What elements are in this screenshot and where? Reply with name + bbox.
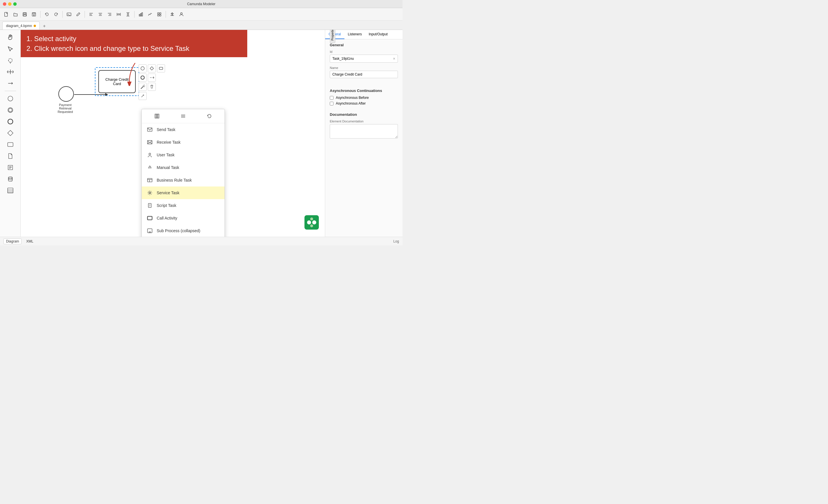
redo-button[interactable] <box>52 10 60 18</box>
morph-header-list[interactable] <box>178 111 188 121</box>
morph-script-task[interactable]: Script Task <box>142 199 224 212</box>
align-right-button[interactable] <box>106 10 114 18</box>
ctx-task[interactable] <box>157 64 165 73</box>
id-clear[interactable]: × <box>393 56 395 61</box>
save-button[interactable] <box>21 10 29 18</box>
open-button[interactable] <box>11 10 19 18</box>
id-field: Id Task_19pt1nu × <box>330 50 398 63</box>
embed-button[interactable] <box>65 10 73 18</box>
svg-rect-33 <box>156 114 158 118</box>
element-doc-textarea[interactable] <box>330 124 398 138</box>
ctx-delete[interactable] <box>148 83 156 91</box>
ctx-start-event[interactable] <box>138 64 147 73</box>
maximize-button[interactable] <box>13 2 17 6</box>
svg-rect-20 <box>7 142 13 146</box>
name-value: Charge Credit Card <box>332 73 362 77</box>
save-as-button[interactable] <box>30 10 38 18</box>
annotation-line1: 1. Select activity <box>27 34 242 44</box>
palette-task[interactable] <box>3 139 17 150</box>
general-section-title: General <box>330 43 398 47</box>
bottom-tab-diagram[interactable]: Diagram <box>3 238 22 244</box>
ctx-gateway[interactable] <box>148 64 156 73</box>
async-before-checkbox[interactable] <box>330 96 333 100</box>
distribute-v-button[interactable] <box>124 10 132 18</box>
async-section-title: Asynchronous Continuations <box>330 89 398 93</box>
sub-process-collapsed-label: Sub Process (collapsed) <box>157 228 200 233</box>
svg-rect-12 <box>158 15 159 16</box>
bottom-tab-xml[interactable]: XML <box>24 239 36 244</box>
ctx-dotted-seq[interactable] <box>148 74 156 82</box>
start-event[interactable] <box>58 86 74 103</box>
minimize-button[interactable] <box>8 2 11 6</box>
user-mgmt-button[interactable] <box>177 10 185 18</box>
context-row-3 <box>138 83 165 91</box>
palette-pool[interactable] <box>3 185 17 196</box>
properties-panel-toggle[interactable]: Properties Panel <box>330 30 335 43</box>
svg-rect-0 <box>5 12 7 16</box>
ctx-wrench[interactable] <box>138 83 147 91</box>
morph-call-activity[interactable]: Call Activity <box>142 212 224 224</box>
palette-divider <box>5 91 16 91</box>
morph-business-rule-task[interactable]: Business Rule Task <box>142 174 224 186</box>
morph-service-task[interactable]: Service Task <box>142 186 224 199</box>
svg-rect-34 <box>158 114 159 118</box>
name-input[interactable]: Charge Credit Card <box>330 71 398 78</box>
tabbar: diagram_4.bpmn + <box>0 21 403 30</box>
palette-space-tool[interactable] <box>3 67 17 77</box>
tab-label: diagram_4.bpmn <box>6 24 32 28</box>
chart-bar-button[interactable] <box>137 10 145 18</box>
context-row-1 <box>138 64 165 73</box>
distribute-h-button[interactable] <box>115 10 123 18</box>
palette-data-store[interactable] <box>3 174 17 184</box>
palette-start-event[interactable] <box>3 93 17 104</box>
morph-sub-process-collapsed[interactable]: Sub Process (collapsed) <box>142 224 224 237</box>
task-label: Charge CreditCard <box>106 77 129 86</box>
ctx-end-event[interactable] <box>138 74 147 82</box>
morph-header-columns[interactable] <box>152 111 162 121</box>
palette-hand-tool[interactable] <box>3 32 17 43</box>
palette-connect-tool[interactable] <box>3 78 17 89</box>
titlebar: Camunda Modeler <box>0 0 403 8</box>
close-button[interactable] <box>3 2 6 6</box>
tab-input-output[interactable]: Input/Output <box>365 30 391 39</box>
deploy-button[interactable] <box>168 10 176 18</box>
morph-send-task[interactable]: Send Task <box>142 123 224 136</box>
traffic-lights <box>3 2 17 6</box>
add-tab-button[interactable]: + <box>41 23 48 30</box>
align-left-button[interactable] <box>87 10 95 18</box>
morph-manual-task[interactable]: Manual Task <box>142 161 224 174</box>
log-button[interactable]: Log <box>393 239 399 243</box>
manual-task-icon <box>146 164 153 171</box>
morph-header-undo[interactable] <box>205 111 214 121</box>
morph-user-task[interactable]: User Task <box>142 148 224 161</box>
new-button[interactable] <box>2 10 10 18</box>
diagram-tab[interactable]: diagram_4.bpmn <box>2 21 40 30</box>
undo-button[interactable] <box>43 10 51 18</box>
svg-point-53 <box>307 220 311 224</box>
palette-data-object[interactable] <box>3 151 17 161</box>
svg-point-31 <box>141 76 144 79</box>
ctx-attach[interactable] <box>138 92 147 100</box>
palette-end-event[interactable] <box>3 117 17 127</box>
palette-data-note[interactable] <box>3 163 17 173</box>
svg-rect-3 <box>23 15 26 16</box>
palette-intermediate-event[interactable] <box>3 105 17 115</box>
edit-mode-button[interactable] <box>74 10 82 18</box>
morph-receive-task[interactable]: Receive Task <box>142 136 224 148</box>
more-button[interactable] <box>155 10 163 18</box>
svg-rect-44 <box>148 216 152 220</box>
palette-select-tool[interactable] <box>3 44 17 54</box>
async-before-label: Asynchronous Before <box>336 96 369 100</box>
camunda-logo <box>303 214 320 232</box>
svg-point-56 <box>310 224 313 227</box>
tab-listeners[interactable]: Listeners <box>344 30 365 39</box>
palette-gateway[interactable] <box>3 128 17 138</box>
chart-line-button[interactable] <box>146 10 154 18</box>
id-input[interactable]: Task_19pt1nu × <box>330 55 398 63</box>
palette-lasso-tool[interactable] <box>3 55 17 65</box>
script-task-icon <box>146 202 153 209</box>
svg-rect-10 <box>158 13 159 14</box>
align-center-button[interactable] <box>96 10 105 18</box>
svg-rect-1 <box>23 13 27 16</box>
async-after-checkbox[interactable] <box>330 102 333 105</box>
